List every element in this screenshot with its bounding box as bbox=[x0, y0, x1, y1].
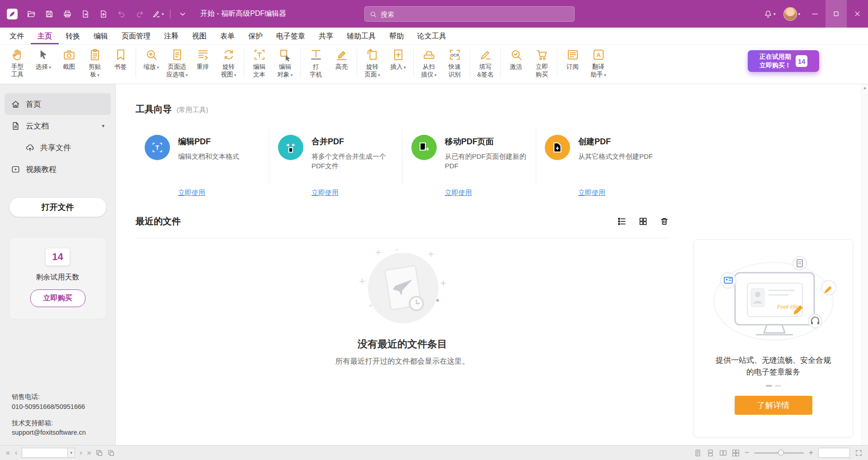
search-bar[interactable] bbox=[364, 6, 575, 22]
facing-view-button[interactable] bbox=[719, 449, 727, 457]
list-view-button[interactable] bbox=[617, 217, 627, 226]
quick-ocr-tool[interactable]: OCR快速 识别 bbox=[442, 48, 467, 79]
menu-item-页面管理[interactable]: 页面管理 bbox=[115, 28, 157, 44]
select-tool[interactable]: 选择 ▾ bbox=[30, 48, 56, 71]
menu-item-电子签章[interactable]: 电子签章 bbox=[269, 28, 312, 44]
from-scanner-tool[interactable]: 从扫 描仪 ▾ bbox=[416, 48, 442, 79]
ribbon-tool-label: 截图 bbox=[63, 63, 75, 71]
menu-item-转换[interactable]: 转换 bbox=[59, 28, 87, 44]
menu-item-表单[interactable]: 表单 bbox=[213, 28, 241, 44]
undo-button[interactable] bbox=[114, 5, 129, 23]
menu-item-注释[interactable]: 注释 bbox=[157, 28, 185, 44]
folder-open-icon bbox=[27, 9, 36, 19]
zoom-slider[interactable] bbox=[754, 450, 804, 456]
notifications-button[interactable]: ▾ bbox=[760, 0, 780, 28]
content-scrollbar[interactable]: ▲ bbox=[861, 84, 868, 445]
zoom-in-button[interactable]: + bbox=[809, 448, 813, 457]
menu-item-帮助[interactable]: 帮助 bbox=[382, 28, 410, 44]
chevron-down-icon[interactable]: ▾ bbox=[102, 123, 104, 129]
zoom-value-input[interactable] bbox=[819, 448, 849, 457]
grid-view-button[interactable] bbox=[638, 217, 648, 226]
menu-item-共享[interactable]: 共享 bbox=[312, 28, 340, 44]
use-now-link[interactable]: 立即使用 bbox=[311, 189, 339, 197]
maximize-button[interactable] bbox=[826, 0, 847, 28]
open-file-button[interactable]: 打开文件 bbox=[9, 197, 107, 217]
account-button[interactable]: ▾ bbox=[779, 0, 804, 28]
last-page-button[interactable]: » bbox=[87, 449, 92, 456]
sidebar-item-cloud-docs[interactable]: 云文档▾ bbox=[5, 115, 111, 137]
sidebar-buy-now-button[interactable]: 立即购买 bbox=[30, 289, 85, 307]
first-page-button[interactable]: « bbox=[5, 449, 10, 456]
zoom-tool[interactable]: 缩放 ▾ bbox=[138, 48, 164, 71]
menu-item-编辑[interactable]: 编辑 bbox=[87, 28, 115, 44]
dot-inactive[interactable] bbox=[775, 385, 781, 387]
menu-item-保护[interactable]: 保护 bbox=[241, 28, 269, 44]
save-button[interactable] bbox=[42, 5, 57, 23]
menubar: 文件主页转换编辑页面管理注释视图表单保护电子签章共享辅助工具帮助论文工具 bbox=[0, 28, 868, 45]
trial-buy-now-button[interactable]: 正在试用期 立即购买！ 14 bbox=[748, 50, 819, 72]
previous-page-button[interactable]: ‹ bbox=[14, 449, 18, 456]
close-button[interactable] bbox=[847, 0, 868, 28]
support-email-link[interactable]: support@foxitsoftware.cn bbox=[12, 429, 86, 436]
trial-card: 14 剩余试用天数 立即购买 bbox=[9, 237, 106, 319]
open-button[interactable] bbox=[24, 5, 39, 23]
typewriter-tool[interactable]: 打 字机 bbox=[303, 48, 329, 79]
page-dropdown-caret[interactable]: ▼ bbox=[67, 448, 75, 457]
search-input[interactable] bbox=[381, 10, 570, 18]
redo-button[interactable] bbox=[132, 5, 147, 23]
ribbon-tool-label: 页面适 应选项 ▾ bbox=[166, 63, 188, 79]
subscribe-tool[interactable]: 订阅 bbox=[560, 48, 585, 71]
use-now-link[interactable]: 立即使用 bbox=[578, 189, 605, 197]
convert-button[interactable] bbox=[96, 5, 111, 23]
use-now-link[interactable]: 立即使用 bbox=[445, 189, 472, 197]
customize-toolbar-button[interactable] bbox=[175, 5, 190, 23]
single-page-view-button[interactable] bbox=[694, 449, 702, 457]
statusbar: « ‹ ▼ › » − + bbox=[0, 445, 868, 460]
snapshot-tool[interactable]: 截图 bbox=[56, 48, 82, 71]
fullscreen-button[interactable] bbox=[855, 449, 863, 457]
snapshot-pages-button[interactable] bbox=[95, 449, 103, 457]
buy-now-tool[interactable]: 立即 购买 bbox=[529, 48, 555, 79]
zoom-out-button[interactable]: − bbox=[745, 448, 749, 457]
insert-tool[interactable]: 插入 ▾ bbox=[385, 48, 411, 71]
quick-sign-button[interactable]: ▾ bbox=[150, 5, 165, 23]
minimize-button[interactable] bbox=[804, 0, 826, 28]
next-page-button[interactable]: › bbox=[79, 449, 82, 456]
continuous-facing-view-button[interactable] bbox=[732, 449, 740, 457]
clear-recent-button[interactable] bbox=[660, 217, 669, 226]
learn-more-button[interactable]: 了解详情 bbox=[735, 396, 812, 415]
print-button[interactable] bbox=[60, 5, 75, 23]
rotate-pages-tool[interactable]: 旋转 页面 ▾ bbox=[359, 48, 385, 79]
edit-object-tool[interactable]: 编辑 对象 ▾ bbox=[272, 48, 298, 79]
menu-item-文件[interactable]: 文件 bbox=[3, 28, 31, 44]
promo-pagination-dots[interactable] bbox=[694, 385, 853, 387]
sidebar-item-video-tutorials[interactable]: 视频教程 bbox=[5, 158, 111, 180]
page-number-input[interactable] bbox=[22, 448, 67, 457]
rotate-view-tool[interactable]: 旋转 视图 ▾ bbox=[216, 48, 241, 79]
menu-item-辅助工具[interactable]: 辅助工具 bbox=[340, 28, 382, 44]
menu-item-论文工具[interactable]: 论文工具 bbox=[410, 28, 453, 44]
tools-guide-header: 工具向导 (常用工具) bbox=[136, 103, 208, 115]
snapshot-pages-alt-button[interactable] bbox=[107, 449, 115, 457]
reflow-tool[interactable]: 重排 bbox=[190, 48, 216, 71]
highlight-tool[interactable]: 高亮 bbox=[329, 48, 354, 71]
fill-sign-tool[interactable]: 填写 &签名 bbox=[472, 48, 498, 79]
sidebar-item-home[interactable]: 首页 bbox=[5, 93, 111, 115]
dot-active[interactable] bbox=[766, 385, 772, 387]
fit-page-tool[interactable]: 页面适 应选项 ▾ bbox=[164, 48, 190, 79]
shared-files-icon bbox=[25, 143, 35, 152]
activate-tool[interactable]: 激活 bbox=[503, 48, 529, 71]
export-button[interactable] bbox=[78, 5, 93, 23]
zoom-slider-thumb[interactable] bbox=[778, 450, 784, 455]
cart-icon bbox=[535, 48, 549, 62]
clipboard-tool[interactable]: 剪贴 板 ▾ bbox=[82, 48, 108, 79]
translate-assistant-tool[interactable]: A翻译 助手 ▾ bbox=[585, 48, 611, 79]
continuous-view-button[interactable] bbox=[707, 449, 714, 457]
menu-item-视图[interactable]: 视图 bbox=[185, 28, 213, 44]
edit-text-tool[interactable]: 编辑 文本 bbox=[246, 48, 272, 79]
menu-item-主页[interactable]: 主页 bbox=[31, 28, 59, 44]
use-now-link[interactable]: 立即使用 bbox=[178, 189, 205, 197]
sidebar-item-shared-files[interactable]: 共享文件 bbox=[5, 137, 111, 158]
bookmark-tool[interactable]: 书签 bbox=[108, 48, 133, 71]
hand-tool[interactable]: 手型 工具 bbox=[5, 48, 30, 79]
